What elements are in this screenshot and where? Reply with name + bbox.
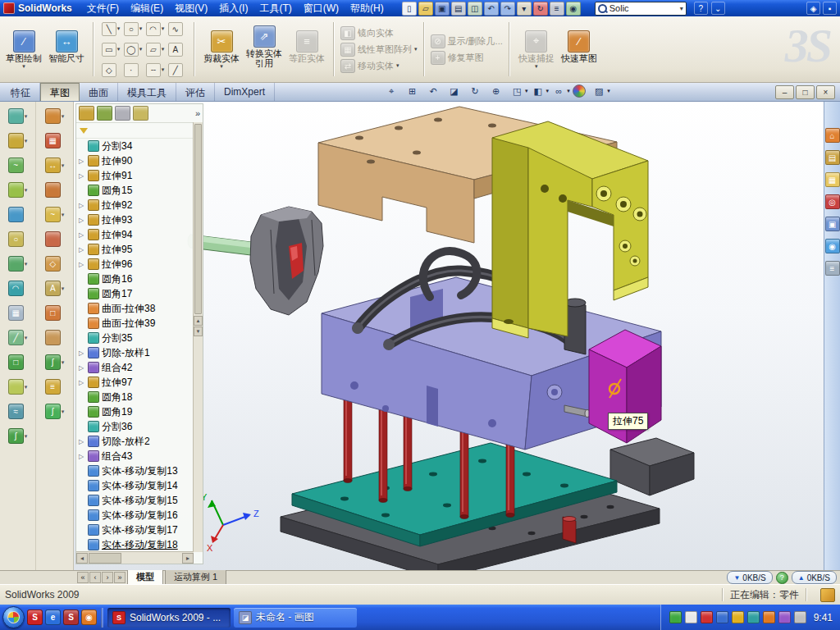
tree-vertical-scrollbar[interactable]: ▲ ▼ (193, 122, 203, 552)
print-icon[interactable]: ▤ (451, 2, 466, 16)
command-tab[interactable]: DimXpert (215, 83, 275, 101)
model-collar-fitting[interactable] (250, 207, 323, 315)
file-explorer-icon[interactable]: ▦ (825, 172, 840, 187)
new-document-icon[interactable]: ▯ (402, 2, 417, 16)
model-guide-rail[interactable] (610, 438, 694, 495)
dropdown-arrow-icon[interactable]: ▾ (607, 88, 610, 94)
tree-item[interactable]: ▷ 分割34 (79, 139, 194, 153)
tree-item[interactable]: ▷ 实体-移动/复制13 (79, 463, 194, 478)
tree-item[interactable]: ▷ 曲面-拉伸38 (79, 301, 194, 316)
media-tray-icon[interactable] (763, 611, 775, 623)
dimension-tool-icon[interactable]: ↔ (45, 158, 61, 173)
propertymanager-tab-icon[interactable] (97, 106, 112, 121)
expand-arrow-icon[interactable]: ▷ (79, 453, 85, 460)
dropdown-arrow-icon[interactable]: ▾ (25, 384, 28, 390)
expand-arrow-icon[interactable]: ▷ (79, 261, 85, 268)
dropdown-arrow-icon[interactable]: ▾ (62, 409, 65, 415)
session-icon[interactable]: ▪ (823, 2, 837, 15)
minimize-button[interactable]: – (775, 85, 794, 99)
download-tray-icon[interactable] (701, 611, 713, 623)
scrollbar-thumb[interactable] (194, 124, 202, 314)
spline-icon[interactable]: ∿ (168, 22, 183, 36)
tree-item[interactable]: ▷ 圆角16 (79, 272, 194, 286)
revolved-boss-icon[interactable] (8, 133, 24, 148)
model-stop-pin[interactable] (563, 517, 576, 544)
tree-item[interactable]: ▷ 拉伸94 (79, 227, 194, 242)
command-tab[interactable]: 草图 (40, 83, 80, 101)
equation-tool-icon[interactable]: ≡ (45, 379, 61, 395)
command-tab[interactable]: 评估 (176, 83, 215, 101)
menu-item[interactable]: 窗口(W) (298, 0, 345, 17)
dropdown-arrow-icon[interactable]: ▾ (25, 138, 28, 144)
solidworks-search-icon[interactable]: ◎ (825, 194, 840, 209)
reference-geometry-icon[interactable]: ◇ (45, 256, 61, 272)
zoom-fit-icon[interactable]: ⌖ (384, 84, 399, 98)
mirror-entities-button[interactable]: ◧ 镜向实体 ▾ (340, 26, 418, 40)
tree-item[interactable]: ▷ 拉伸93 (79, 212, 194, 227)
expand-arrow-icon[interactable]: ▷ (79, 158, 85, 165)
scroll-down-button[interactable]: ▼ (194, 326, 203, 336)
tree-item[interactable]: ▷ 圆角17 (79, 286, 194, 301)
dropdown-arrow-icon[interactable]: ▾ (25, 335, 28, 341)
taskbar-solidworks-button[interactable]: S SolidWorks 2009 - ... (107, 608, 231, 628)
volume-tray-icon[interactable] (794, 611, 806, 623)
solidworks-launcher-icon[interactable]: S (27, 609, 43, 625)
solidworks-resources-icon[interactable]: ⌂ (825, 128, 840, 143)
study-tab[interactable]: 运动算例 1 (165, 570, 226, 585)
media-launcher-icon[interactable]: ◉ (81, 609, 97, 625)
update-tray-icon[interactable] (732, 611, 744, 623)
text-icon[interactable]: A (168, 43, 183, 57)
dropdown-arrow-icon[interactable]: ▾ (525, 88, 528, 94)
tree-item[interactable]: ▷ 分割35 (79, 331, 194, 345)
trim-entities-button[interactable]: ✂ 剪裁实体 ▾ (201, 30, 242, 69)
draft-icon[interactable]: ╱ (8, 330, 24, 345)
sketch-button[interactable]: ∕ 草图绘制 ▾ (3, 30, 44, 69)
surface-tool-icon[interactable] (45, 231, 61, 247)
expand-arrow-icon[interactable]: ▷ (79, 231, 85, 239)
dropdown-arrow-icon[interactable]: ▾ (25, 261, 28, 267)
grid-tool-icon[interactable]: ▦ (45, 133, 61, 148)
dropdown-arrow-icon[interactable]: ▾ (25, 433, 28, 440)
tree-item[interactable]: ▷ 实体-移动/复制15 (79, 493, 194, 508)
extruded-cut-icon[interactable] (8, 207, 24, 222)
view-palette-icon[interactable]: ▣ (825, 217, 840, 231)
selection-filter-icon[interactable]: ▾ (517, 2, 532, 16)
prev-tab-button[interactable]: ‹ (89, 572, 101, 583)
dropdown-arrow-icon[interactable]: ▾ (162, 26, 165, 31)
next-tab-button[interactable]: › (102, 572, 113, 583)
tree-item[interactable]: ▷ 拉伸96 (79, 257, 194, 272)
redo-icon[interactable]: ↷ (500, 2, 515, 16)
tree-item[interactable]: ▷ 实体-移动/复制14 (79, 478, 194, 493)
tree-item[interactable]: ▷ 实体-移动/复制17 (79, 523, 194, 537)
expand-arrow-icon[interactable]: ▷ (79, 364, 85, 372)
filter-icon[interactable] (80, 128, 88, 134)
last-tab-button[interactable]: » (114, 572, 126, 583)
display-delete-relations-button[interactable]: ⊘ 显示/删除几... (431, 34, 503, 48)
tree-item[interactable]: ▷ 拉伸90 (79, 153, 194, 168)
panel-chevron-icon[interactable]: » (195, 108, 200, 118)
taskbar-paint-button[interactable]: ◪ 未命名 - 画图 (234, 608, 357, 628)
study-tab[interactable]: 模型 (127, 570, 163, 585)
appearances-scenes-icon[interactable]: ◉ (825, 239, 840, 253)
dropdown-arrow-icon[interactable]: ▾ (139, 26, 143, 31)
display-style-icon[interactable]: ◧ (531, 84, 546, 98)
meter-help-button[interactable]: ? (776, 572, 788, 584)
dropdown-arrow-icon[interactable]: ▾ (62, 212, 65, 218)
linear-sketch-pattern-button[interactable]: ▦ 线性草图阵列 ▾ (340, 43, 418, 57)
hole-wizard-icon[interactable]: ○ (8, 231, 24, 247)
expand-arrow-icon[interactable]: ▷ (79, 246, 85, 253)
first-tab-button[interactable]: « (77, 572, 89, 583)
help-icon[interactable]: ? (694, 2, 708, 15)
dropdown-arrow-icon[interactable]: ▾ (25, 187, 28, 194)
spline-tool-icon[interactable]: ʃ (45, 354, 61, 370)
tree-item[interactable]: ▷ 圆角19 (79, 404, 194, 419)
edit-color-icon[interactable]: ◉ (566, 2, 581, 16)
section-view-icon[interactable]: ◪ (447, 84, 462, 98)
menu-item[interactable]: 编辑(E) (125, 0, 169, 17)
mirror-feature-icon[interactable]: ʃ (8, 428, 24, 444)
tree-item[interactable]: ▷ 切除-放样2 (79, 434, 194, 449)
line-icon[interactable]: ╲ (102, 22, 116, 36)
edit-appearance-icon[interactable]: ● (573, 84, 586, 98)
tree-item[interactable]: ▷ 拉伸91 (79, 168, 194, 183)
tree-item[interactable]: ▷ 组合43 (79, 449, 194, 463)
